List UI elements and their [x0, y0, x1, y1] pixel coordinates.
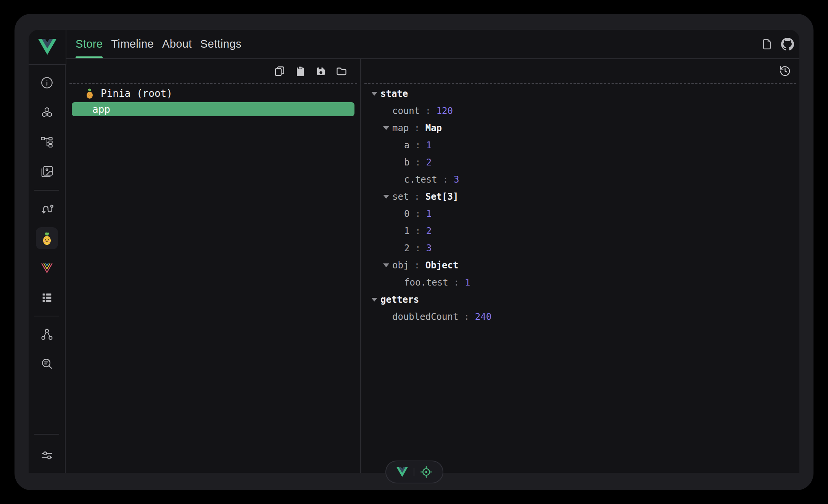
tree-value: 1: [426, 140, 432, 151]
inspector-toolbar: [364, 59, 796, 84]
sidebar-item-router[interactable]: [29, 194, 65, 223]
tree-row[interactable]: doubledCount : 240: [361, 308, 799, 325]
store-root-label: Pinia (root): [101, 88, 172, 99]
tree-type: Map: [425, 123, 442, 133]
caret-down-icon: [395, 178, 404, 181]
pinia-pineapple-icon: [36, 227, 58, 249]
sidebar-spacer: [29, 379, 65, 431]
devtools-window: Store Timeline About Settings: [0, 0, 828, 504]
colon-separator: :: [409, 191, 425, 202]
history-icon[interactable]: [779, 65, 791, 77]
tree-row[interactable]: b : 2: [361, 154, 799, 171]
save-icon[interactable]: [315, 66, 327, 77]
tree-value: 1: [426, 209, 432, 219]
tree-value: 240: [475, 311, 491, 322]
tree-row[interactable]: a : 1: [361, 136, 799, 154]
state-tree: statecount : 120map : Mapa : 1b : 2c.tes…: [361, 84, 799, 325]
window-frame: Store Timeline About Settings: [14, 14, 814, 490]
caret-down-icon[interactable]: [371, 92, 380, 96]
tree-row[interactable]: obj : Object: [361, 257, 799, 274]
colon-separator: :: [409, 123, 425, 133]
tree-key: doubledCount: [392, 311, 458, 322]
sidebar-item-inspect[interactable]: [29, 349, 65, 379]
tree-key: c.test: [404, 174, 437, 185]
pineapple-emoji: [84, 88, 95, 99]
tab-settings[interactable]: Settings: [196, 30, 246, 58]
caret-down-icon[interactable]: [383, 195, 392, 199]
caret-down-icon: [395, 281, 404, 284]
colon-separator: :: [458, 311, 475, 322]
colon-separator: :: [409, 140, 426, 151]
tree-row[interactable]: 2 : 3: [361, 239, 799, 257]
sidebar-item-graph[interactable]: [29, 319, 65, 349]
tree-key: foo.test: [404, 277, 448, 288]
caret-down-icon: [395, 212, 404, 216]
tree-row[interactable]: 0 : 1: [361, 205, 799, 222]
sidebar-item-assets[interactable]: [29, 157, 65, 187]
floating-pill: [385, 461, 443, 483]
tree-type: Object: [425, 260, 459, 271]
info-icon: [36, 72, 58, 94]
tree-row[interactable]: set : Set[3]: [361, 188, 799, 205]
tree-value: 2: [426, 157, 432, 168]
vue-logo[interactable]: [396, 467, 408, 477]
open-folder-icon[interactable]: [336, 66, 347, 77]
tree-key: 2: [404, 243, 409, 254]
list-icon: [36, 287, 58, 309]
tree-key: b: [404, 157, 409, 168]
assets-icon: [36, 161, 58, 183]
tree-value: 120: [437, 106, 453, 116]
tree-value: 1: [465, 277, 470, 288]
sidebar-item-pinia[interactable]: [29, 223, 65, 253]
tree-key: 0: [404, 209, 409, 219]
caret-down-icon[interactable]: [371, 298, 380, 302]
inspect-icon: [36, 353, 58, 375]
caret-down-icon[interactable]: [383, 263, 392, 267]
sidebar-item-pages[interactable]: [29, 127, 65, 157]
header-actions: [761, 38, 799, 51]
sidebar-divider: [34, 190, 59, 191]
tab-about[interactable]: About: [158, 30, 196, 58]
github-icon[interactable]: [781, 38, 794, 51]
sidebar-item-vue-plugin[interactable]: [29, 253, 65, 283]
store-toolbar: [69, 59, 357, 84]
tree-row[interactable]: c.test : 3: [361, 171, 799, 188]
tab-timeline[interactable]: Timeline: [107, 30, 158, 58]
tab-store[interactable]: Store: [71, 30, 107, 58]
caret-down-icon[interactable]: [383, 126, 392, 130]
caret-down-icon: [383, 109, 392, 113]
sidebar-item-components[interactable]: [29, 98, 65, 127]
tree-key: obj: [392, 260, 409, 271]
tree-row[interactable]: state: [361, 85, 799, 102]
tree-row[interactable]: foo.test : 1: [361, 274, 799, 291]
tree-row[interactable]: getters: [361, 291, 799, 308]
tree-key: a: [404, 140, 409, 151]
sidebar-divider: [34, 316, 59, 316]
store-app-row[interactable]: app: [72, 102, 354, 116]
tree-row[interactable]: map : Map: [361, 119, 799, 136]
sidebar-item-settings[interactable]: [29, 438, 65, 473]
vue-plugin-icon: [36, 257, 58, 279]
graph-icon: [36, 323, 58, 345]
tree-row[interactable]: count : 120: [361, 102, 799, 119]
router-icon: [36, 197, 58, 220]
caret-down-icon: [395, 161, 404, 164]
store-root-row[interactable]: Pinia (root): [66, 86, 360, 101]
vue-logo-cell: [29, 30, 66, 65]
tree-row[interactable]: 1 : 2: [361, 222, 799, 239]
sidebar-item-overview[interactable]: [29, 68, 65, 98]
inspector-pane: statecount : 120map : Mapa : 1b : 2c.tes…: [361, 59, 799, 473]
copy-icon[interactable]: [274, 66, 285, 77]
target-icon[interactable]: [420, 466, 432, 478]
page-tree-icon: [36, 131, 58, 153]
caret-down-icon: [395, 229, 404, 233]
vue-logo-icon: [38, 39, 56, 55]
tree-value: 3: [454, 174, 459, 185]
tree-key: 1: [404, 226, 409, 236]
caret-down-icon: [395, 143, 404, 147]
colon-separator: :: [420, 106, 436, 116]
paste-icon[interactable]: [295, 66, 306, 77]
pill-divider: [414, 468, 414, 476]
document-icon[interactable]: [761, 38, 773, 50]
sidebar-item-list[interactable]: [29, 283, 65, 313]
